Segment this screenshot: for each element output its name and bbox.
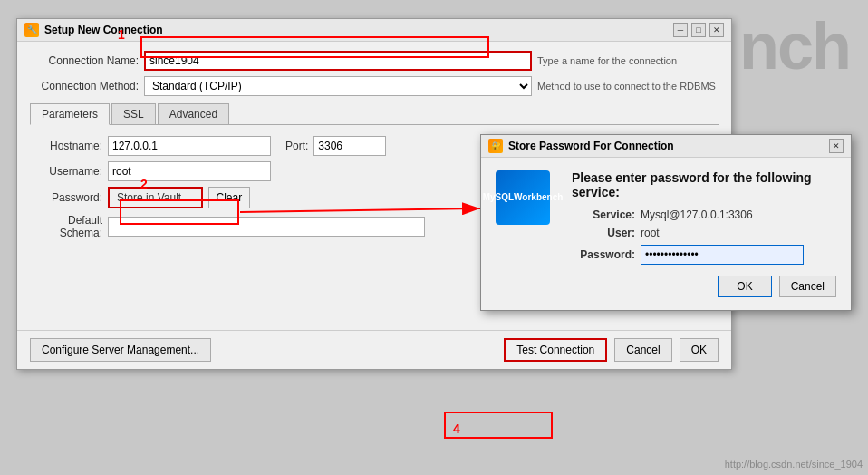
schema-input[interactable]: [108, 217, 425, 237]
store-vault-button[interactable]: Store in Vault ...: [108, 187, 203, 208]
cancel-button[interactable]: Cancel: [614, 338, 671, 362]
test-connection-button[interactable]: Test Connection: [504, 338, 607, 362]
schema-label: Default Schema:: [30, 214, 102, 239]
configure-server-button[interactable]: Configure Server Management...: [30, 338, 211, 362]
port-label: Port:: [285, 140, 308, 152]
pwd-close-button[interactable]: ✕: [829, 139, 844, 153]
pwd-footer: OK Cancel: [572, 276, 836, 297]
pwd-right: Please enter password for the following …: [572, 170, 836, 297]
tab-parameters[interactable]: Parameters: [30, 103, 110, 125]
pwd-content: MySQL Workbench Please enter password fo…: [496, 170, 836, 297]
service-row: Service: Mysql@127.0.0.1:3306: [572, 208, 836, 221]
annotation-1: 1: [118, 27, 125, 42]
setup-footer: Configure Server Management... Test Conn…: [17, 330, 731, 369]
pwd-ok-button[interactable]: OK: [718, 276, 771, 297]
annotation-4: 4: [453, 422, 460, 436]
connection-method-hint: Method to use to connect to the RDBMS: [537, 81, 719, 92]
service-label: Service:: [572, 208, 635, 221]
username-label: Username:: [30, 165, 102, 178]
password-input[interactable]: [641, 245, 804, 265]
logo-text-workbench: Workbench: [514, 192, 563, 203]
pwd-cancel-button[interactable]: Cancel: [779, 276, 836, 297]
pwd-logo: MySQL Workbench: [496, 170, 559, 234]
service-value: Mysql@127.0.0.1:3306: [641, 208, 753, 221]
user-row: User: root: [572, 227, 836, 239]
connection-name-hint: Type a name for the connection: [537, 55, 719, 66]
connection-name-input[interactable]: [144, 51, 532, 71]
ok-button[interactable]: OK: [680, 338, 719, 362]
tabs-bar: Parameters SSL Advanced: [30, 103, 719, 125]
connection-name-row: Connection Name: Type a name for the con…: [30, 51, 719, 71]
close-button[interactable]: ✕: [709, 23, 724, 37]
user-value: root: [641, 227, 660, 239]
password-dialog: 🔐 Store Password For Connection ✕ MySQL …: [480, 134, 852, 311]
tab-advanced[interactable]: Advanced: [158, 103, 229, 124]
user-label: User:: [572, 227, 635, 239]
pwd-titlebar-left: 🔐 Store Password For Connection: [488, 139, 674, 153]
annotation-2: 2: [140, 177, 148, 191]
pwd-field-label: Password:: [572, 248, 635, 261]
connection-name-label: Connection Name:: [30, 54, 139, 67]
connection-method-select[interactable]: Standard (TCP/IP): [144, 76, 532, 96]
clear-button[interactable]: Clear: [208, 187, 251, 208]
pwd-dialog-title: Store Password For Connection: [508, 140, 674, 152]
titlebar-controls: ─ □ ✕: [673, 23, 724, 37]
password-label: Password:: [30, 191, 102, 204]
logo-text-mysql: MySQL: [483, 192, 514, 203]
mysql-workbench-logo: MySQL Workbench: [496, 170, 550, 225]
pwd-heading: Please enter password for the following …: [572, 170, 836, 199]
pwd-app-icon: 🔐: [488, 139, 503, 153]
app-icon: 🔧: [24, 23, 39, 37]
connection-method-label: Connection Method:: [30, 80, 139, 92]
pwd-titlebar: 🔐 Store Password For Connection ✕: [481, 135, 851, 158]
hostname-label: Hostname:: [30, 140, 102, 152]
bg-title: nch: [721, 0, 868, 92]
maximize-button[interactable]: □: [691, 23, 706, 37]
pwd-input-row: Password:: [572, 245, 836, 265]
username-input[interactable]: [108, 161, 271, 181]
minimize-button[interactable]: ─: [673, 23, 688, 37]
connection-method-row: Connection Method: Standard (TCP/IP) Met…: [30, 76, 719, 96]
titlebar-left: 🔧 Setup New Connection: [24, 23, 163, 37]
pwd-body: MySQL Workbench Please enter password fo…: [481, 158, 851, 310]
setup-dialog-title: Setup New Connection: [44, 24, 163, 36]
tab-ssl[interactable]: SSL: [111, 103, 156, 124]
annotation-box-test: [444, 412, 553, 439]
port-input[interactable]: [313, 136, 386, 156]
hostname-input[interactable]: [108, 136, 271, 156]
watermark: http://blog.csdn.net/since_1904: [725, 459, 863, 470]
footer-right-buttons: Test Connection Cancel OK: [504, 338, 719, 362]
